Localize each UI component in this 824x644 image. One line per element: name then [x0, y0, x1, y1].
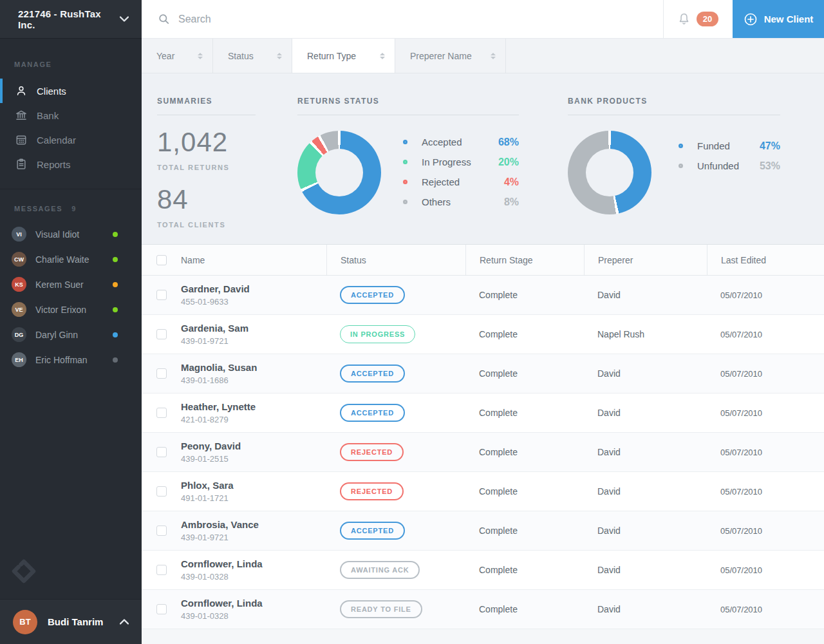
filter-return-type[interactable]: Return Type [292, 39, 395, 73]
manage-section-label: MANAGE [0, 61, 142, 68]
preperer: David [597, 408, 621, 418]
org-switcher[interactable]: 221746 - RushTax Inc. [0, 0, 142, 39]
message-list-item[interactable]: DG Daryl Ginn [0, 322, 142, 347]
client-name: Cornflower, Linda [181, 598, 263, 609]
table-row[interactable]: Magnolia, Susan 439-01-1686 ACCEPTED Com… [142, 354, 824, 393]
person-icon [14, 84, 28, 98]
filter-year[interactable]: Year [142, 39, 213, 73]
status-badge: ACCEPTED [340, 286, 405, 304]
messages-section-label: MESSAGES [0, 205, 62, 213]
last-edited-date: 05/07/2010 [720, 369, 762, 379]
last-edited-date: 05/07/2010 [720, 605, 762, 614]
client-ssn: 439-01-2515 [181, 454, 241, 464]
legend-marker [403, 200, 407, 204]
chevron-up-icon [120, 619, 129, 625]
status-badge: AWAITING ACK [340, 561, 420, 579]
message-list-item[interactable]: VE Victor Erixon [0, 297, 142, 322]
row-checkbox[interactable] [156, 408, 167, 418]
return-stage: Complete [479, 290, 518, 300]
column-header-preperer: Preperer [584, 245, 707, 275]
legend-marker [403, 180, 407, 184]
sidebar-item-clients[interactable]: Clients [0, 79, 142, 103]
client-name: Gardner, David [181, 283, 250, 294]
sidebar-item-label: Bank [37, 110, 59, 121]
table-row[interactable]: Ambrosia, Vance 439-01-9721 ACCEPTED Com… [142, 511, 824, 551]
last-edited-date: 05/07/2010 [720, 330, 762, 339]
table-row[interactable]: Phlox, Sara 491-01-1721 REJECTED Complet… [142, 472, 824, 511]
client-name: Ambrosia, Vance [181, 519, 259, 530]
legend-value: 68% [498, 137, 519, 148]
message-user-name: Daryl Ginn [35, 330, 78, 340]
notification-count-badge: 20 [697, 12, 718, 26]
sidebar-item-bank[interactable]: Bank [0, 103, 142, 128]
row-checkbox[interactable] [156, 565, 167, 575]
legend-item: Rejected 4% [403, 172, 519, 192]
message-user-name: Kerem Suer [35, 279, 84, 290]
summaries-panel: SUMMARIES 1,042 TOTAL RETURNS 84 TOTAL C… [157, 73, 297, 244]
status-badge: READY TO FILE [340, 600, 422, 618]
client-ssn: 439-01-0328 [181, 611, 263, 621]
row-checkbox[interactable] [156, 290, 167, 300]
search-icon [158, 13, 170, 25]
legend-label: In Progress [422, 156, 471, 167]
last-edited-date: 05/07/2010 [720, 526, 762, 536]
legend-value: 20% [498, 156, 519, 168]
legend-marker [679, 164, 683, 168]
row-checkbox[interactable] [156, 526, 167, 536]
total-clients-value: 84 [157, 184, 297, 215]
filter-preperer-name[interactable]: Preperer Name [395, 39, 506, 73]
column-header-status: Status [326, 245, 465, 275]
return-stage: Complete [479, 565, 518, 575]
notifications-button[interactable]: 20 [663, 0, 733, 38]
message-list-item[interactable]: EH Eric Hoffman [0, 347, 142, 372]
filter-status[interactable]: Status [213, 39, 292, 73]
legend-item: Accepted 68% [403, 132, 519, 152]
client-name: Gardenia, Sam [181, 323, 248, 334]
sidebar-item-reports[interactable]: Reports [0, 152, 142, 176]
avatar: VI [12, 227, 26, 242]
table-row[interactable]: Peony, David 439-01-2515 REJECTED Comple… [142, 433, 824, 472]
presence-dot [113, 357, 118, 363]
row-checkbox[interactable] [156, 447, 167, 457]
row-checkbox[interactable] [156, 486, 167, 497]
bank-icon [14, 108, 28, 122]
presence-dot [113, 282, 118, 287]
org-name: 221746 - RushTax Inc. [18, 8, 120, 30]
filter-label: Status [228, 51, 254, 61]
search-input[interactable] [178, 14, 663, 25]
table-header: Name Status Return Stage Preperer Last E… [142, 245, 824, 276]
table-row[interactable]: Heather, Lynette 421-01-8279 ACCEPTED Co… [142, 393, 824, 433]
sidebar-item-label: Calendar [37, 135, 76, 146]
current-user-menu[interactable]: BT Budi Tanrim [0, 599, 142, 644]
table-row[interactable]: Cornflower, Linda 439-01-0328 AWAITING A… [142, 551, 824, 590]
bank-products-panel: BANK PRODUCTS Funded 47% Unfunded 53% [568, 73, 780, 244]
table-row[interactable]: Gardenia, Sam 439-01-9721 IN PROGRESS Co… [142, 315, 824, 354]
select-all-checkbox[interactable] [156, 255, 167, 265]
bell-icon [678, 12, 690, 26]
table-row[interactable]: Gardner, David 455-01-9633 ACCEPTED Comp… [142, 276, 824, 315]
client-name: Phlox, Sara [181, 480, 234, 491]
presence-dot [113, 257, 118, 262]
avatar: VE [12, 302, 26, 317]
client-ssn: 439-01-0328 [181, 572, 263, 582]
chevron-down-icon [120, 16, 129, 22]
filter-label: Preperer Name [410, 51, 472, 61]
table-row[interactable]: Cornflower, Linda 439-01-0328 READY TO F… [142, 590, 824, 629]
filter-bar: Year Status Return Type Preperer Name [142, 39, 824, 73]
new-client-button[interactable]: New Client [733, 0, 824, 38]
sidebar-item-calendar[interactable]: Calendar [0, 128, 142, 152]
row-checkbox[interactable] [156, 329, 167, 339]
message-list-item[interactable]: CW Charlie Waite [0, 247, 142, 272]
legend-label: Others [422, 196, 451, 207]
client-ssn: 491-01-1721 [181, 493, 234, 503]
client-ssn: 439-01-9721 [181, 336, 248, 346]
row-checkbox[interactable] [156, 368, 167, 379]
summary-band: SUMMARIES 1,042 TOTAL RETURNS 84 TOTAL C… [142, 73, 824, 245]
message-list-item[interactable]: VI Visual Idiot [0, 222, 142, 247]
legend-value: 4% [504, 176, 519, 188]
last-edited-date: 05/07/2010 [720, 565, 762, 575]
message-user-name: Charlie Waite [35, 254, 89, 265]
message-list-item[interactable]: KS Kerem Suer [0, 272, 142, 297]
presence-dot [113, 232, 118, 237]
row-checkbox[interactable] [156, 604, 167, 614]
